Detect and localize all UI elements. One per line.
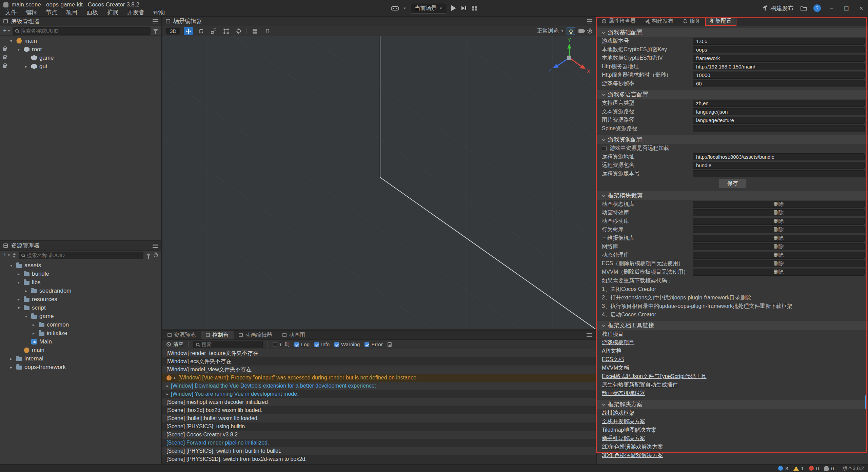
log-row[interactable]: [Scene] Cocos Creator v3.8.2 (162, 431, 596, 439)
console-filter-checkbox[interactable]: Log (294, 341, 310, 347)
log-row[interactable]: [Window] render_texture文件夹不存在 (162, 349, 596, 357)
section-game-res[interactable]: 游戏资源配置 (597, 135, 868, 144)
solution-link[interactable]: 2D角色扮演游戏解决方案 (602, 444, 663, 451)
doc-link[interactable]: ECS文档 (602, 356, 624, 363)
log-row[interactable]: [Window] ecs文件夹不存在 (162, 357, 596, 366)
expand-arrow-icon[interactable] (18, 297, 24, 302)
hierarchy-searchbox[interactable] (13, 27, 151, 35)
gamepad-icon[interactable] (391, 5, 399, 11)
panel-menu-icon[interactable] (153, 245, 158, 246)
property-input[interactable] (693, 108, 865, 115)
minimize-button[interactable]: − (828, 4, 836, 12)
solution-link[interactable]: 3D角色扮演游戏解决方案 (602, 452, 663, 459)
log-row[interactable]: [Scene] [PHYSICS2D]: switch from box2d-w… (162, 455, 596, 463)
delete-module-button[interactable]: 删除 (693, 269, 865, 276)
section-doc-links[interactable]: 框架文档工具链接 (597, 321, 868, 330)
scale-tool-button[interactable] (209, 27, 218, 35)
asset-row[interactable]: bundle (0, 270, 161, 278)
console-filter-checkbox[interactable]: 正则 (273, 341, 290, 348)
doc-link[interactable]: 动画状态机编辑器 (602, 390, 645, 397)
menu-item[interactable]: 节点 (41, 8, 62, 16)
scene-viewport[interactable]: Y X Z (162, 36, 596, 329)
build-publish-button[interactable]: 构建发布 (763, 4, 794, 12)
doc-link[interactable]: 教程项目 (602, 331, 624, 338)
folder-icon[interactable] (801, 6, 807, 11)
solution-link[interactable]: Tiledmap地图解决方案 (602, 427, 656, 434)
solution-link[interactable]: 新手引导解决方案 (602, 435, 645, 442)
doc-link[interactable]: MVVM文档 (602, 365, 629, 372)
maximize-button[interactable]: □ (842, 4, 850, 12)
property-input[interactable] (693, 72, 865, 79)
hierarchy-node-row[interactable]: game (0, 54, 161, 62)
expand-arrow-icon[interactable] (25, 289, 31, 293)
step-button[interactable] (461, 5, 467, 11)
expand-arrow-icon[interactable] (33, 331, 39, 336)
delete-module-button[interactable]: 删除 (693, 243, 865, 250)
property-input[interactable] (693, 125, 865, 132)
asset-row[interactable]: oops-framework (0, 363, 161, 371)
snap-magnet-button[interactable] (263, 27, 272, 35)
assets-search-input[interactable] (27, 252, 141, 258)
add-node-button[interactable]: +▾ (3, 27, 10, 34)
view-mode-select[interactable]: 正常浏览 ▾ (537, 27, 563, 35)
expand-arrow-icon[interactable] (18, 272, 24, 276)
chevron-down-icon[interactable]: ▾ (404, 6, 406, 11)
property-input[interactable] (693, 63, 865, 70)
asset-row[interactable]: resources (0, 295, 161, 303)
expand-arrow-icon[interactable] (10, 356, 16, 361)
log-row[interactable]: [Scene] [box2d]:box2d wasm lib loaded. (162, 406, 596, 414)
log-row[interactable]: [Scene] [PHYSICS]: switch from builtin t… (162, 447, 596, 455)
delete-module-button[interactable]: 删除 (693, 209, 865, 216)
menu-item[interactable]: 扩展 (102, 8, 123, 16)
inspector-tab[interactable]: 构建发布 (640, 17, 678, 26)
property-input[interactable] (693, 46, 865, 53)
log-row[interactable]: [Window] [Vue warn]: Property "onInput" … (162, 374, 596, 382)
clear-console-button[interactable]: 清空 (166, 341, 183, 348)
menu-item[interactable]: 文件 (1, 8, 21, 16)
rotate-tool-button[interactable] (196, 27, 205, 35)
panel-menu-icon[interactable] (153, 21, 158, 22)
delete-module-button[interactable]: 删除 (693, 252, 865, 259)
remote-load-checkbox-row[interactable]: 游戏中资源是否远程加载 (597, 144, 868, 153)
doc-link[interactable]: API文档 (602, 348, 622, 355)
expand-arrow-icon[interactable] (10, 39, 16, 43)
asset-row[interactable]: main (0, 346, 161, 354)
console-tab[interactable]: 动画编辑器 (234, 331, 277, 339)
menu-item[interactable]: 帮助 (149, 8, 169, 16)
expand-arrow-icon[interactable] (18, 280, 24, 285)
expand-arrow-icon[interactable] (10, 263, 16, 268)
property-input[interactable] (693, 55, 865, 62)
console-searchbox[interactable] (193, 341, 263, 348)
asset-row[interactable]: assets (0, 261, 161, 270)
help-icon[interactable]: ? (813, 4, 821, 12)
snap-grid-button[interactable] (250, 27, 259, 35)
save-button[interactable]: 保存 (719, 179, 747, 189)
log-row[interactable]: [Scene] meshopt wasm decoder initialized (162, 398, 596, 406)
expand-arrow-icon[interactable] (18, 306, 24, 310)
scene-settings-icon[interactable] (587, 28, 592, 34)
filter-icon[interactable] (146, 254, 151, 257)
asset-row[interactable]: initialize (0, 329, 161, 337)
export-log-icon[interactable] (388, 342, 392, 347)
notification-bell-icon[interactable] (824, 466, 829, 471)
layout-grid-icon[interactable] (472, 5, 477, 11)
lock-icon[interactable] (3, 57, 6, 59)
asset-row[interactable]: script (0, 303, 161, 312)
panel-menu-icon[interactable] (587, 335, 592, 335)
menu-item[interactable]: 开发者 (123, 8, 149, 16)
console-tab[interactable]: 资源预览 (162, 331, 201, 339)
lock-icon[interactable] (3, 48, 6, 51)
property-input[interactable] (693, 117, 865, 124)
checkbox-icon[interactable] (602, 146, 607, 151)
sort-icon[interactable] (13, 253, 16, 258)
property-input[interactable] (693, 170, 865, 177)
hierarchy-node-row[interactable]: main (0, 37, 161, 45)
doc-link[interactable]: 游戏模板项目 (602, 339, 634, 346)
warning-count-icon[interactable] (793, 466, 799, 471)
console-tab[interactable]: 动画图 (277, 331, 310, 339)
section-i18n[interactable]: 游戏多语言配置 (597, 90, 868, 99)
hierarchy-node-row[interactable]: root (0, 45, 161, 54)
property-input[interactable] (693, 80, 865, 87)
add-asset-button[interactable]: +▾ (3, 252, 10, 259)
scene-camera-icon[interactable] (578, 29, 584, 33)
